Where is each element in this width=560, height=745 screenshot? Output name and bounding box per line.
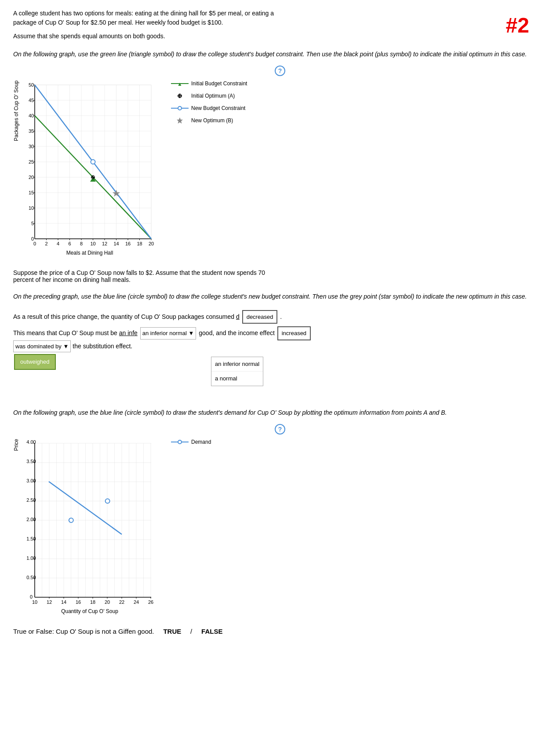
tf-question: True or False: Cup O' Soup is not a Giff… bbox=[13, 628, 154, 635]
svg-point-140 bbox=[69, 518, 73, 522]
svg-text:0: 0 bbox=[33, 241, 36, 246]
svg-text:20: 20 bbox=[149, 241, 154, 246]
graph3-x-label: Quantity of Cup O' Soup bbox=[22, 608, 158, 614]
svg-text:16: 16 bbox=[125, 241, 131, 246]
period: . bbox=[280, 313, 282, 320]
svg-text:10: 10 bbox=[32, 599, 37, 605]
svg-text:0: 0 bbox=[30, 594, 33, 599]
dropdown-arrow-2: ▼ bbox=[63, 343, 69, 350]
answer-prefix2: This means that Cup O' Soup must be bbox=[13, 329, 117, 336]
good-type-selected: an inferior normal bbox=[142, 330, 187, 336]
legend-initial-optimum: Initial Optimum (A) bbox=[191, 93, 235, 99]
svg-text:14: 14 bbox=[61, 599, 66, 605]
svg-text:18: 18 bbox=[137, 241, 142, 246]
svg-text:0.50: 0.50 bbox=[26, 575, 36, 580]
svg-text:35: 35 bbox=[29, 128, 34, 134]
legend-new-optimum: New Optimum (B) bbox=[191, 117, 233, 124]
legend-new-budget: New Budget Constraint bbox=[191, 105, 245, 111]
false-option[interactable]: FALSE bbox=[201, 628, 222, 635]
svg-text:30: 30 bbox=[29, 144, 34, 149]
good-type-dropdown[interactable]: an inferior normal ▼ bbox=[140, 327, 196, 339]
svg-text:45: 45 bbox=[29, 98, 34, 103]
svg-text:40: 40 bbox=[29, 113, 34, 118]
legend-initial-budget: Initial Budget Constraint bbox=[191, 80, 247, 87]
option-an-inferior[interactable]: an inferior normal bbox=[211, 357, 263, 372]
svg-text:12: 12 bbox=[47, 599, 52, 605]
svg-text:1.00: 1.00 bbox=[26, 555, 36, 561]
svg-text:26: 26 bbox=[148, 599, 153, 605]
svg-text:12: 12 bbox=[102, 241, 107, 246]
svg-text:50: 50 bbox=[29, 82, 34, 88]
svg-text:10: 10 bbox=[90, 241, 95, 246]
svg-text:3.50: 3.50 bbox=[26, 459, 36, 464]
dominated-by-dropdown[interactable]: was dominated by ▼ bbox=[13, 340, 71, 352]
answer-prefix1: As a result of this price change, the qu… bbox=[13, 313, 234, 320]
svg-text:2.00: 2.00 bbox=[26, 517, 36, 522]
graph1-instruction: On the following graph, use the green li… bbox=[13, 50, 547, 59]
increased-box: increased bbox=[277, 326, 311, 340]
svg-point-142 bbox=[178, 440, 182, 444]
dominated-by-selected: was dominated by bbox=[15, 343, 62, 350]
svg-text:6: 6 bbox=[68, 241, 71, 246]
good-type-text: an infe bbox=[119, 329, 138, 336]
svg-text:24: 24 bbox=[134, 599, 139, 605]
option-a-normal[interactable]: a normal bbox=[211, 372, 263, 386]
svg-marker-76 bbox=[177, 117, 183, 124]
graph3-instruction: On the following graph, use the blue lin… bbox=[13, 408, 547, 417]
svg-text:16: 16 bbox=[76, 599, 81, 605]
help-icon[interactable]: ? bbox=[275, 66, 285, 76]
decreased-box: decreased bbox=[242, 310, 278, 324]
true-option[interactable]: TRUE bbox=[163, 628, 181, 635]
svg-text:18: 18 bbox=[90, 599, 95, 605]
intro-paragraph: A college student has two options for me… bbox=[13, 9, 547, 27]
assume-paragraph: Assume that she spends equal amounts on … bbox=[13, 32, 547, 41]
svg-text:14: 14 bbox=[113, 241, 119, 246]
svg-text:20: 20 bbox=[29, 175, 34, 180]
dropdown-arrow-1: ▼ bbox=[189, 330, 194, 336]
true-false-section: True or False: Cup O' Soup is not a Giff… bbox=[13, 628, 547, 635]
svg-text:1.50: 1.50 bbox=[26, 536, 36, 541]
good-text: good, and the income effect bbox=[199, 329, 275, 336]
svg-point-69 bbox=[91, 160, 95, 164]
graph1-x-label: Meals at Dining Hall bbox=[22, 250, 158, 256]
svg-text:4: 4 bbox=[57, 241, 59, 246]
graph3-legend: Demand bbox=[171, 439, 211, 450]
graph3-container: Price bbox=[13, 439, 547, 614]
svg-point-139 bbox=[105, 499, 110, 503]
scenario2-text: Suppose the price of a Cup O' Soup now f… bbox=[13, 269, 547, 283]
svg-text:15: 15 bbox=[29, 190, 34, 195]
legend-demand: Demand bbox=[191, 439, 211, 445]
svg-text:4.00: 4.00 bbox=[26, 439, 36, 445]
svg-text:20: 20 bbox=[105, 599, 110, 605]
tf-separator: / bbox=[190, 628, 192, 635]
problem-number: #2 bbox=[506, 13, 529, 37]
answer-section: As a result of this price change, the qu… bbox=[13, 310, 547, 399]
graph1-legend: ▲ Initial Budget Constraint Initial Opti… bbox=[171, 80, 247, 130]
svg-text:22: 22 bbox=[119, 599, 124, 605]
graph1-y-label: Packages of Cup O' Soup bbox=[13, 80, 19, 141]
svg-text:2.50: 2.50 bbox=[26, 497, 36, 503]
graph2-instruction: On the preceding graph, use the blue lin… bbox=[13, 292, 547, 301]
substitution-text: the substitution effect. bbox=[73, 341, 132, 352]
svg-text:8: 8 bbox=[80, 241, 83, 246]
quantity-blank: d bbox=[236, 313, 240, 320]
graph3-y-label: Price bbox=[13, 439, 19, 451]
graph3-svg: 0 0.50 1.00 1.50 2.00 2.50 3.00 3.50 4.0… bbox=[22, 439, 158, 606]
svg-line-138 bbox=[49, 482, 122, 534]
svg-point-75 bbox=[178, 106, 182, 110]
graph1-svg: 0 5 10 15 20 25 30 35 40 45 50 0 2 4 6 bbox=[22, 80, 158, 248]
help-icon-2[interactable]: ? bbox=[275, 424, 285, 435]
svg-text:25: 25 bbox=[29, 159, 34, 164]
outweighed-box: outweighed bbox=[14, 354, 56, 370]
graph1-container: Packages of Cup O' Soup bbox=[13, 80, 547, 256]
svg-text:2: 2 bbox=[45, 241, 47, 246]
type-dropdown-options[interactable]: an inferior normal a normal bbox=[211, 357, 263, 386]
svg-text:3.00: 3.00 bbox=[26, 478, 36, 483]
svg-text:10: 10 bbox=[29, 205, 34, 211]
